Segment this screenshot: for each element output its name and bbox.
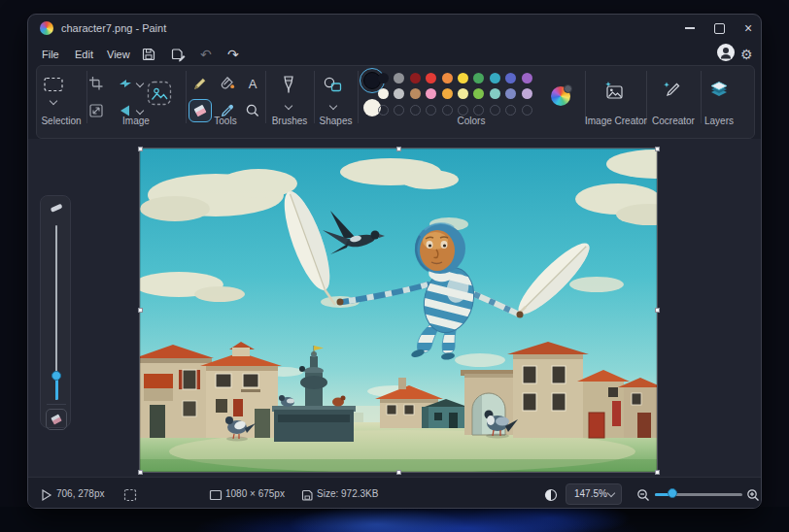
person-icon	[717, 44, 735, 61]
color-swatch[interactable]	[426, 73, 436, 83]
group-label-layers: Layers	[701, 116, 738, 128]
undo-icon[interactable]: ↶	[200, 42, 212, 67]
color-swatch[interactable]	[458, 88, 468, 99]
selection-handle-bottom-right[interactable]	[655, 470, 660, 475]
color-swatch[interactable]	[378, 88, 389, 99]
chevron-down-icon	[607, 489, 615, 497]
group-label-cocreator: Cocreator	[646, 116, 701, 128]
empty-color-slot[interactable]	[473, 105, 484, 116]
selection-handle-bottom-mid[interactable]	[396, 470, 401, 475]
save-as-icon[interactable]	[170, 47, 186, 62]
shapes-icon[interactable]	[323, 76, 344, 93]
color-swatch[interactable]	[522, 88, 532, 99]
crop-icon[interactable]	[88, 76, 104, 91]
color-swatch[interactable]	[473, 73, 484, 83]
fill-bucket-icon[interactable]	[220, 76, 235, 91]
empty-color-slot[interactable]	[394, 105, 404, 116]
zoom-level-dropdown[interactable]: 147.5%	[566, 483, 622, 505]
zoom-slider-handle[interactable]	[668, 488, 677, 498]
empty-color-slot[interactable]	[442, 105, 453, 116]
empty-color-slot[interactable]	[522, 105, 532, 116]
rectangle-select-icon[interactable]	[44, 77, 63, 92]
menu-edit[interactable]: Edit	[73, 42, 95, 67]
layers-icon[interactable]	[708, 80, 730, 101]
menu-bar: File Edit View ↶ ↷ ⚙	[28, 42, 761, 67]
image-creator-icon[interactable]	[602, 80, 624, 101]
edit-colors-wheel-icon[interactable]	[551, 86, 570, 106]
palette-row-1	[378, 73, 532, 83]
color-swatch[interactable]	[378, 73, 389, 83]
cocreator-icon[interactable]	[661, 80, 682, 101]
empty-color-slot[interactable]	[490, 105, 500, 116]
color-swatch[interactable]	[490, 88, 500, 99]
color-swatch[interactable]	[442, 73, 453, 83]
selection-handle-top-right[interactable]	[655, 147, 660, 151]
zoom-out-icon[interactable]	[636, 488, 650, 502]
cursor-position-icon	[40, 488, 53, 502]
color-swatch[interactable]	[505, 73, 516, 83]
size-slider-handle[interactable]	[51, 371, 61, 381]
brush-icon[interactable]	[280, 75, 297, 96]
selection-handle-top-left[interactable]	[138, 147, 143, 151]
selection-handle-mid-left[interactable]	[138, 308, 143, 313]
group-label-shapes: Shapes	[314, 116, 358, 128]
redo-icon[interactable]: ↷	[227, 42, 239, 67]
paint-app-icon	[40, 21, 53, 35]
status-bar: 706, 278px 1080 × 675px Size: 972.3KB 14…	[28, 477, 761, 509]
empty-color-slot[interactable]	[505, 105, 516, 116]
cursor-position-value: 706, 278px	[56, 478, 105, 509]
palette-row-empty	[378, 105, 532, 116]
titlebar[interactable]: character7.png - Paint ×	[28, 15, 761, 42]
desktop: character7.png - Paint × File Edit View …	[0, 0, 789, 532]
selection-handle-bottom-left[interactable]	[138, 470, 143, 475]
thickness-icon	[50, 201, 63, 215]
zoom-in-icon[interactable]	[746, 488, 760, 502]
group-label-image: Image	[86, 116, 186, 128]
text-tool-icon[interactable]: A	[245, 76, 260, 91]
close-button[interactable]: ×	[735, 15, 762, 42]
pencil-icon[interactable]	[192, 76, 208, 91]
settings-gear-icon[interactable]: ⚙	[740, 45, 753, 64]
theme-icon[interactable]	[544, 488, 558, 502]
rotate-icon[interactable]	[118, 76, 133, 91]
maximize-button[interactable]	[705, 15, 733, 42]
color-swatch[interactable]	[394, 88, 404, 99]
menu-view[interactable]: View	[105, 42, 132, 67]
menu-file[interactable]: File	[40, 42, 61, 67]
color-swatch[interactable]	[442, 88, 453, 99]
minimize-button[interactable]	[676, 15, 703, 42]
file-size-icon	[300, 488, 314, 502]
svg-text:A: A	[249, 77, 257, 91]
save-icon[interactable]	[141, 47, 156, 62]
empty-color-slot[interactable]	[410, 105, 421, 116]
empty-color-slot[interactable]	[426, 105, 436, 116]
group-label-tools: Tools	[186, 116, 265, 128]
selection-handle-top-mid[interactable]	[396, 147, 401, 151]
eraser-size-button[interactable]	[46, 409, 67, 430]
add-color-dot	[564, 84, 572, 93]
color-swatch[interactable]	[473, 88, 484, 99]
panel-divider	[47, 404, 66, 405]
palette-row-2	[378, 88, 532, 99]
color-swatch[interactable]	[505, 88, 516, 99]
eraser-icon	[50, 413, 63, 426]
account-button[interactable]	[717, 44, 735, 61]
group-label-colors: Colors	[358, 116, 585, 128]
empty-color-slot[interactable]	[378, 105, 389, 116]
zoom-level-value: 147.5%	[574, 484, 607, 504]
color-swatch[interactable]	[458, 73, 468, 83]
color-swatch[interactable]	[522, 73, 532, 83]
remove-background-button[interactable]	[147, 81, 172, 106]
tool-size-panel	[40, 195, 71, 428]
paint-canvas[interactable]	[140, 149, 657, 472]
desktop-wallpaper	[0, 507, 789, 532]
selection-handle-mid-right[interactable]	[655, 308, 660, 313]
maximize-icon	[714, 23, 725, 34]
color-swatch[interactable]	[394, 73, 404, 83]
color-swatch[interactable]	[410, 88, 421, 99]
group-label-brushes: Brushes	[265, 116, 314, 128]
color-swatch[interactable]	[410, 73, 421, 83]
color-swatch[interactable]	[426, 88, 436, 99]
empty-color-slot[interactable]	[458, 105, 468, 116]
color-swatch[interactable]	[490, 73, 500, 83]
